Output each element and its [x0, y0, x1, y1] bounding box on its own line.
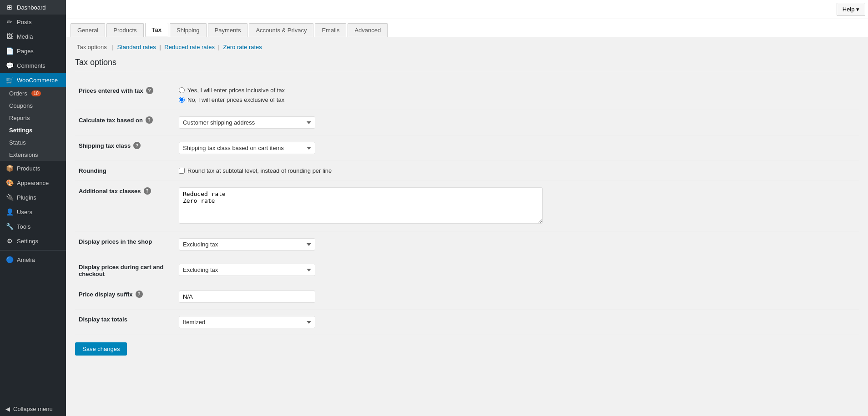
row-calculate-tax: Calculate tax based on ? Customer shippi… — [75, 110, 859, 135]
tab-general[interactable]: General — [71, 23, 105, 37]
sidebar-separator — [0, 250, 66, 251]
appearance-icon: 🎨 — [5, 179, 14, 186]
rounding-checkbox-label: Round tax at subtotal level, instead of … — [187, 167, 332, 174]
comments-icon: 💬 — [5, 62, 14, 69]
sidebar-item-orders[interactable]: Orders 10 — [0, 87, 66, 100]
sidebar-item-tools[interactable]: 🔧 Tools — [0, 219, 66, 234]
sidebar-item-settings[interactable]: Settings — [0, 124, 66, 136]
sidebar-label-media: Media — [17, 33, 33, 40]
row-display-prices-cart: Display prices during cart and checkout … — [75, 257, 859, 284]
collapse-label: Collapse menu — [13, 406, 53, 412]
sidebar-item-comments[interactable]: 💬 Comments — [0, 58, 66, 73]
orders-badge: 10 — [31, 90, 41, 96]
breadcrumb-sep2: | — [159, 44, 161, 50]
page-title: Tax options — [75, 58, 859, 72]
radio-option-exclusive[interactable]: No, I will enter prices exclusive of tax — [179, 96, 855, 103]
prices-with-tax-label: Prices entered with tax — [79, 87, 143, 94]
sidebar-item-users[interactable]: 👤 Users — [0, 205, 66, 219]
sidebar-label-woocommerce: WooCommerce — [17, 77, 58, 84]
sidebar-item-appearance[interactable]: 🎨 Appearance — [0, 175, 66, 190]
main-content: Help ▾ General Products Tax Shipping Pay… — [66, 0, 868, 416]
woocommerce-submenu: Orders 10 Coupons Reports Settings Statu… — [0, 87, 66, 161]
calculate-tax-help-icon[interactable]: ? — [146, 116, 153, 124]
help-button[interactable]: Help ▾ — [837, 3, 865, 16]
tabs-bar: General Products Tax Shipping Payments A… — [66, 19, 868, 37]
row-prices-with-tax: Prices entered with tax ? Yes, I will en… — [75, 80, 859, 110]
collapse-icon: ◀ — [5, 406, 10, 412]
sidebar-label-settings-wp: Settings — [17, 238, 38, 245]
shipping-tax-class-select[interactable]: Shipping tax class based on cart items S… — [179, 142, 315, 154]
calculate-tax-select[interactable]: Customer shipping address Customer billi… — [179, 116, 315, 129]
sidebar-item-plugins[interactable]: 🔌 Plugins — [0, 190, 66, 205]
additional-tax-classes-help-icon[interactable]: ? — [144, 187, 151, 195]
price-display-suffix-input[interactable] — [179, 291, 315, 303]
radio-option-inclusive[interactable]: Yes, I will enter prices inclusive of ta… — [179, 87, 855, 94]
tab-shipping[interactable]: Shipping — [170, 23, 207, 37]
sidebar-item-products[interactable]: 📦 Products — [0, 161, 66, 175]
radio-inclusive-label: Yes, I will enter prices inclusive of ta… — [187, 87, 285, 94]
display-prices-cart-select[interactable]: Excluding tax Including tax — [179, 264, 315, 276]
sidebar-item-dashboard[interactable]: ⊞ Dashboard — [0, 0, 66, 15]
breadcrumb-link-reduced[interactable]: Reduced rate rates — [164, 44, 215, 50]
shipping-tax-class-help-icon[interactable]: ? — [133, 142, 141, 149]
tab-tax[interactable]: Tax — [145, 23, 168, 37]
row-display-prices-shop: Display prices in the shop Excluding tax… — [75, 232, 859, 257]
row-shipping-tax-class: Shipping tax class ? Shipping tax class … — [75, 135, 859, 161]
radio-inclusive[interactable] — [179, 87, 185, 93]
tab-accounts-privacy[interactable]: Accounts & Privacy — [249, 23, 313, 37]
sidebar-label-tools: Tools — [17, 223, 30, 230]
sidebar-label-appearance: Appearance — [17, 180, 49, 186]
sidebar-item-coupons[interactable]: Coupons — [0, 100, 66, 112]
woocommerce-icon: 🛒 — [5, 76, 14, 84]
sidebar-label-comments: Comments — [17, 62, 45, 69]
media-icon: 🖼 — [5, 33, 14, 40]
breadcrumb-link-zero[interactable]: Zero rate rates — [223, 44, 262, 50]
tools-icon: 🔧 — [5, 223, 14, 230]
radio-exclusive[interactable] — [179, 97, 185, 103]
sidebar-label-coupons: Coupons — [9, 102, 33, 109]
sidebar-item-pages[interactable]: 📄 Pages — [0, 44, 66, 58]
sidebar-item-reports[interactable]: Reports — [0, 112, 66, 124]
tab-products[interactable]: Products — [106, 23, 143, 37]
sidebar-item-extensions[interactable]: Extensions — [0, 149, 66, 161]
additional-tax-classes-textarea[interactable]: Reduced rate Zero rate — [179, 187, 543, 224]
sidebar-label-amelia: Amelia — [17, 256, 35, 263]
breadcrumb-sep1: | — [112, 44, 113, 50]
additional-tax-classes-label: Additional tax classes — [79, 188, 141, 195]
collapse-menu-button[interactable]: ◀ Collapse menu — [0, 402, 66, 416]
tab-emails[interactable]: Emails — [315, 23, 346, 37]
sidebar-item-settings-wp[interactable]: ⚙ Settings — [0, 234, 66, 248]
sidebar-item-woocommerce[interactable]: 🛒 WooCommerce — [0, 73, 66, 87]
sidebar-label-posts: Posts — [17, 19, 32, 25]
sidebar-item-media[interactable]: 🖼 Media — [0, 29, 66, 44]
rounding-label: Rounding — [79, 167, 106, 174]
sidebar-label-reports: Reports — [9, 115, 30, 121]
prices-with-tax-radio-group: Yes, I will enter prices inclusive of ta… — [179, 87, 855, 103]
sidebar-item-posts[interactable]: ✏ Posts — [0, 15, 66, 29]
row-price-display-suffix: Price display suffix ? — [75, 284, 859, 310]
sidebar-label-extensions: Extensions — [9, 151, 38, 158]
prices-with-tax-help-icon[interactable]: ? — [146, 87, 153, 94]
tab-payments[interactable]: Payments — [208, 23, 248, 37]
breadcrumb-link-standard[interactable]: Standard rates — [117, 44, 156, 50]
row-additional-tax-classes: Additional tax classes ? Reduced rate Ze… — [75, 181, 859, 232]
row-display-tax-totals: Display tax totals Itemized As a single … — [75, 310, 859, 335]
dashboard-icon: ⊞ — [5, 4, 14, 11]
products-icon: 📦 — [5, 165, 14, 172]
breadcrumb: Tax options | Standard rates | Reduced r… — [75, 44, 859, 50]
rounding-checkbox-option[interactable]: Round tax at subtotal level, instead of … — [179, 167, 855, 174]
sidebar-item-status[interactable]: Status — [0, 136, 66, 149]
users-icon: 👤 — [5, 208, 14, 216]
sidebar-item-amelia[interactable]: 🔵 Amelia — [0, 252, 66, 267]
save-changes-button[interactable]: Save changes — [75, 342, 127, 356]
rounding-checkbox[interactable] — [179, 168, 185, 174]
plugins-icon: 🔌 — [5, 194, 14, 201]
pages-icon: 📄 — [5, 47, 14, 55]
sidebar-label-dashboard: Dashboard — [17, 4, 46, 11]
settings-wp-icon: ⚙ — [5, 237, 14, 245]
display-tax-totals-select[interactable]: Itemized As a single total — [179, 316, 315, 328]
settings-table: Prices entered with tax ? Yes, I will en… — [75, 80, 859, 335]
tab-advanced[interactable]: Advanced — [348, 23, 388, 37]
display-prices-shop-select[interactable]: Excluding tax Including tax — [179, 238, 315, 251]
price-display-suffix-help-icon[interactable]: ? — [136, 291, 143, 298]
